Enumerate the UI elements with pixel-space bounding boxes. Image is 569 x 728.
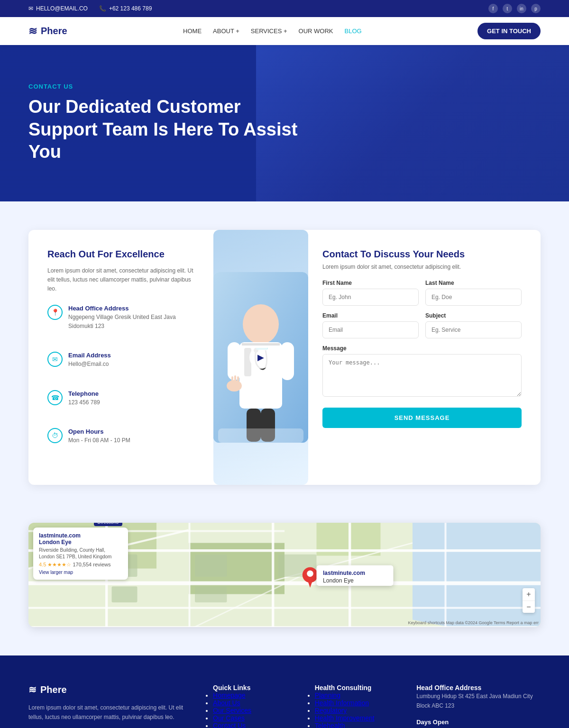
logo[interactable]: ≋ Phere xyxy=(28,25,67,37)
map-zoom-controls: + − xyxy=(523,588,535,613)
last-name-label: Last Name xyxy=(425,280,522,286)
play-button[interactable]: ▶ xyxy=(249,346,272,369)
footer-brand-col: ≋ Phere Lorem ipsum dolor sit amet, cons… xyxy=(28,684,194,728)
svg-rect-36 xyxy=(112,586,138,602)
last-name-group: Last Name xyxy=(425,280,522,306)
footer-link-homepage: Homepage xyxy=(213,692,296,699)
address-icon: 📍 xyxy=(47,305,63,320)
map-info-box: lastminute.com London Eye Directions Riv… xyxy=(33,528,128,580)
form-desc: Lorem ipsum dolor sit amet, consectetur … xyxy=(322,264,522,270)
email-contact: ✉ HELLO@EMAIL.CO xyxy=(28,5,88,12)
map-address: Riverside Building, County Hall, London … xyxy=(39,547,122,560)
footer-quick-links-list: Homepage About Us Our Services Our Cases… xyxy=(213,692,296,728)
form-name-row: First Name Last Name xyxy=(322,280,522,306)
top-bar: ✉ HELLO@EMAIL.CO 📞 +62 123 486 789 f t i… xyxy=(0,0,569,17)
nav-about[interactable]: ABOUT + xyxy=(213,27,239,35)
footer-health-title: Health Consulting xyxy=(315,684,398,692)
message-group: Message xyxy=(322,345,522,398)
footer-health-improvement: Health Improvement xyxy=(315,714,398,722)
hours-detail: Mon - Fri 08 AM - 10 PM xyxy=(68,436,130,445)
footer-link-services: Our Services xyxy=(213,707,296,714)
svg-rect-37 xyxy=(195,586,227,602)
svg-point-40 xyxy=(307,571,313,577)
svg-rect-26 xyxy=(189,523,191,627)
footer-logo-text: Phere xyxy=(40,684,67,695)
top-bar-social: f t in p xyxy=(488,4,541,13)
email-input[interactable] xyxy=(322,321,419,338)
footer-quick-links-title: Quick Links xyxy=(213,684,296,692)
footer: ≋ Phere Lorem ipsum dolor sit amet, cons… xyxy=(0,655,569,728)
footer-head-office-address: Lumbung Hidup St 425 East Java Madiun Ci… xyxy=(416,692,541,711)
footer-grid: ≋ Phere Lorem ipsum dolor sit amet, cons… xyxy=(28,684,541,728)
footer-quick-links-col: Quick Links Homepage About Us Our Servic… xyxy=(213,684,296,728)
hero-label: CONTACT US xyxy=(28,83,313,90)
facebook-icon-top[interactable]: f xyxy=(488,4,498,13)
svg-rect-10 xyxy=(231,376,233,386)
svg-text:lastminute.com: lastminute.com xyxy=(323,570,365,576)
footer-link-cases: Our Cases xyxy=(213,714,296,722)
get-in-touch-button[interactable]: GET IN TOUCH xyxy=(477,23,541,39)
first-name-label: First Name xyxy=(322,280,419,286)
phone-icon: 📞 xyxy=(99,5,106,12)
address-title: Head Office Address xyxy=(68,305,199,312)
map-directions-button[interactable]: Directions xyxy=(94,523,122,526)
contact-left-title: Reach Out For Excellence xyxy=(47,249,199,260)
footer-logo: ≋ Phere xyxy=(28,684,194,695)
twitter-icon-top[interactable]: t xyxy=(503,4,512,13)
map-zoom-out[interactable]: − xyxy=(523,601,535,613)
navbar: ≋ Phere HOME ABOUT + SERVICES + OUR WORK… xyxy=(0,17,569,45)
footer-health-planning: Planning xyxy=(315,692,398,699)
svg-rect-7 xyxy=(228,342,241,380)
nav-links: HOME ABOUT + SERVICES + OUR WORK BLOG xyxy=(183,27,362,35)
email-label: Email xyxy=(322,312,419,319)
svg-point-1 xyxy=(243,304,279,344)
map-view-larger[interactable]: View larger map xyxy=(39,570,122,575)
footer-desc: Lorem ipsum dolor sit amet, consectetur … xyxy=(28,703,194,722)
email-title: Email Address xyxy=(68,352,111,359)
footer-link-contact: Contact Us xyxy=(213,722,296,728)
svg-rect-29 xyxy=(445,523,447,627)
address-detail: Nggepeng Village Gresik United East Java… xyxy=(68,313,199,331)
footer-link-about: About Us xyxy=(213,699,296,707)
pinterest-icon-top[interactable]: p xyxy=(531,4,541,13)
form-title: Contact To Discuss Your Needs xyxy=(322,249,522,260)
contact-section: Reach Out For Excellence Lorem ipsum dol… xyxy=(0,201,569,514)
top-bar-left: ✉ HELLO@EMAIL.CO 📞 +62 123 486 789 xyxy=(28,5,152,12)
hero-section: CONTACT US Our Dedicated Customer Suppor… xyxy=(0,45,569,201)
phone-icon-contact: ☎ xyxy=(47,390,63,405)
svg-rect-8 xyxy=(281,342,294,380)
email-group: Email xyxy=(322,312,419,338)
last-name-input[interactable] xyxy=(425,289,522,306)
svg-rect-27 xyxy=(272,523,274,627)
footer-address-col: Head Office Address Lumbung Hidup St 425… xyxy=(416,684,541,728)
subject-label: Subject xyxy=(425,312,522,319)
svg-rect-12 xyxy=(237,376,239,386)
logo-wave-icon: ≋ xyxy=(28,25,37,37)
map-zoom-in[interactable]: + xyxy=(523,588,535,601)
footer-health-info: Health Information xyxy=(315,699,398,707)
form-email-row: Email Subject xyxy=(322,312,522,338)
nav-services[interactable]: SERVICES + xyxy=(251,27,287,35)
map-rating: 4.5 ★★★★☆ 170,554 reviews xyxy=(39,562,122,568)
email-detail: Hello@Email.co xyxy=(68,360,111,369)
send-message-button[interactable]: SEND MESSAGE xyxy=(322,408,522,428)
email-icon-contact: ✉ xyxy=(47,352,63,367)
nav-home[interactable]: HOME xyxy=(183,27,202,35)
message-textarea[interactable] xyxy=(322,354,522,397)
first-name-input[interactable] xyxy=(322,289,419,306)
phone-detail: 123 456 789 xyxy=(68,398,100,407)
subject-input[interactable] xyxy=(425,321,522,338)
linkedin-icon-top[interactable]: in xyxy=(517,4,526,13)
svg-rect-11 xyxy=(234,375,236,386)
phone-title: Telephone xyxy=(68,390,100,397)
footer-days-open-title: Days Open xyxy=(416,719,541,726)
info-hours: ⏱ Open Hours Mon - Fri 08 AM - 10 PM xyxy=(47,428,199,456)
hours-title: Open Hours xyxy=(68,428,130,435)
contact-left-desc: Lorem ipsum dolor sit amet, consectetur … xyxy=(47,266,199,294)
footer-head-office-title: Head Office Address xyxy=(416,684,541,692)
nav-blog[interactable]: BLOG xyxy=(344,27,361,35)
nav-our-work[interactable]: OUR WORK xyxy=(299,27,333,35)
svg-text:London Eye: London Eye xyxy=(323,577,354,584)
phone-contact: 📞 +62 123 486 789 xyxy=(99,5,152,12)
contact-card: Reach Out For Excellence Lorem ipsum dol… xyxy=(28,230,541,485)
